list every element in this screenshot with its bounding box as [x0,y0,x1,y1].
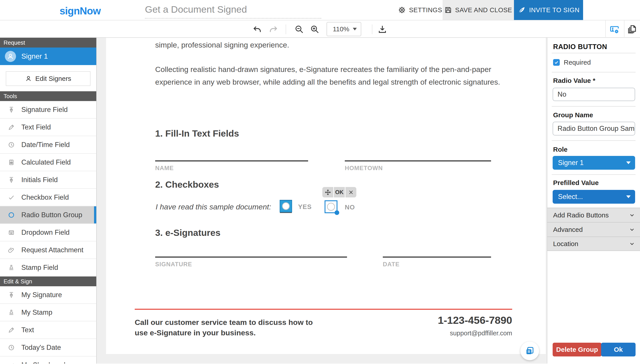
role-select[interactable]: Signer 1 [553,156,635,170]
zoom-in-button[interactable] [309,24,321,35]
field-settings-button[interactable] [609,24,620,35]
resize-handle[interactable] [335,210,339,215]
tools-section-header: Tools [0,91,96,101]
panel-divider [552,174,635,175]
panel-divider [552,140,635,141]
hometown-line [345,160,491,162]
signer-1-row[interactable]: Signer 1 [0,48,96,65]
pen-nib-icon [8,292,15,298]
sidebar-item-todays-date[interactable]: Today's Date [0,339,96,356]
checked-checkbox-icon[interactable] [553,59,560,66]
role-value: Signer 1 [558,159,626,167]
feather-icon [517,6,526,14]
signature-line [155,256,347,258]
role-label: Role [553,146,567,153]
doc-paragraph-1: simple, professional signing experience. [155,39,289,51]
prefilled-value: Select... [558,193,626,201]
footer-line-1: Call our customer service team to discus… [135,317,313,328]
move-handle[interactable] [322,187,333,198]
sidebar-item-request-attachment[interactable]: Request Attachment [0,242,96,259]
edit-signers-label: Edit Signers [35,75,71,82]
yes-label: YES [298,203,312,210]
sidebar-item-checkbox-field[interactable]: Checkbox Field [0,189,96,206]
footer-line-2: use e-Signature in your business. [135,328,313,338]
avatar [5,51,16,62]
sidebar-item-my-signature[interactable]: My Signature [0,286,96,304]
pen-nib-icon [8,176,15,183]
required-checkbox-row[interactable]: Required [553,59,591,66]
panel-title: RADIO BUTTON [553,43,607,51]
document-title-field[interactable]: Get a Document Signed [145,4,321,19]
zoom-level-select[interactable]: 110% [327,22,361,36]
sidebar-item-label: My Checkmark [21,361,67,364]
copy-pages-button[interactable] [626,24,638,35]
sidebar-item-my-stamp[interactable]: My Stamp [0,304,96,321]
stamp-icon [8,309,15,316]
sidebar-item-text-field[interactable]: Text Field [0,118,96,136]
date-line [383,256,491,258]
settings-label: SETTINGS [409,6,442,14]
sidebar-item-label: Stamp Field [21,264,58,272]
toolbar-divider [605,20,606,38]
zoom-out-button[interactable] [293,24,305,35]
sidebar-item-calculated-field[interactable]: Calculated Field [0,154,96,171]
sidebar-item-label: Radio Button Group [21,211,82,219]
panel-divider [552,72,635,72]
sidebar-item-text[interactable]: Text [0,321,96,339]
chevron-down-icon [629,212,635,218]
signer-name: Signer 1 [21,52,48,60]
clock-icon [8,344,15,351]
group-name-label: Group Name [553,111,593,119]
sidebar-item-dropdown-field[interactable]: Dropdown Field [0,224,96,242]
doc-heading-1: 1. Fill-In Text Fields [155,128,239,139]
zoom-level-value: 110% [333,25,353,33]
widget-ok-button[interactable]: OK [334,187,345,198]
sidebar-item-label: Initials Field [21,176,58,184]
sidebar-item-label: Signature Field [21,106,68,114]
feedback-chat-button[interactable] [520,342,539,360]
download-button[interactable] [377,24,388,35]
radio-field-yes[interactable] [280,200,292,212]
radio-value-input[interactable] [553,88,635,101]
editor-toolbar: 110% [0,20,640,38]
accordion-location[interactable]: Location [547,236,640,251]
radio-ring [327,203,335,211]
edit-signers-button[interactable]: Edit Signers [6,71,91,86]
chevron-down-icon [626,162,631,164]
sidebar-item-signature-field[interactable]: Signature Field [0,101,96,118]
ok-button[interactable]: Ok [601,343,635,356]
panel-divider [552,53,635,53]
footer-phone: 1-123-456-7890 [438,314,512,326]
toolbar-divider [286,24,286,34]
paperclip-icon [8,247,15,254]
delete-group-button[interactable]: Delete Group [553,343,601,356]
prefilled-value-select[interactable]: Select... [553,190,635,204]
check-icon [8,362,15,364]
sidebar-item-initials-field[interactable]: Initials Field [0,171,96,189]
field-properties-panel: RADIO BUTTON Required Radio Value * Grou… [547,38,640,364]
sidebar-item-date-time-field[interactable]: Date/Time Field [0,136,96,154]
group-name-input[interactable] [553,122,635,136]
sidebar-item-label: My Signature [21,291,62,299]
sidebar-item-stamp-field[interactable]: Stamp Field [0,259,96,276]
checkbox-prompt: I have read this sample document: [156,202,271,211]
invite-to-sign-button[interactable]: INVITE TO SIGN [514,0,583,20]
widget-close-button[interactable] [346,187,356,198]
redo-button[interactable] [268,24,279,35]
gear-icon [398,6,406,14]
invite-to-sign-label: INVITE TO SIGN [529,6,579,14]
document-title[interactable]: Get a Document Signed [145,4,321,15]
radio-field-no-selected[interactable] [325,200,338,213]
calculator-icon [8,159,15,166]
accordion-add-radio-buttons[interactable]: Add Radio Buttons [547,208,640,222]
sidebar-item-radio-button-group[interactable]: Radio Button Group [0,206,96,224]
name-label: NAME [155,165,174,172]
accordion-advanced[interactable]: Advanced [547,222,640,236]
footer-email: support@pdffiller.com [450,330,512,337]
undo-button[interactable] [251,24,263,35]
pencil-icon [8,327,15,333]
sidebar-item-my-checkmark[interactable]: My Checkmark [0,356,96,364]
accordion-label: Advanced [553,226,583,234]
save-and-close-button[interactable]: SAVE AND CLOSE [443,0,514,20]
settings-button[interactable]: SETTINGS [398,0,442,20]
